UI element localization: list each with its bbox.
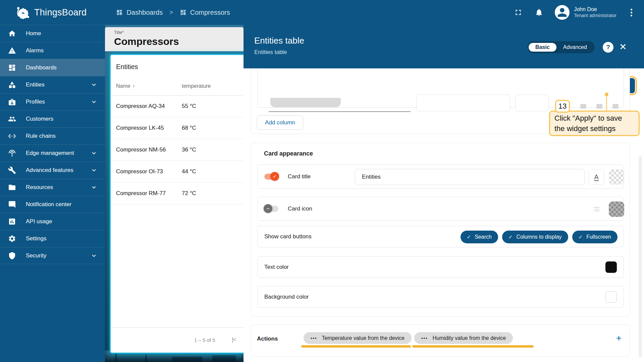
chevron-down-icon xyxy=(90,98,98,106)
mode-option-basic[interactable]: Basic xyxy=(529,43,556,52)
sidebar-item-entities[interactable]: Entities xyxy=(0,76,105,93)
show-card-buttons-row: Show card buttons ✓Search ✓Columns to di… xyxy=(257,226,624,247)
text-color-swatch[interactable] xyxy=(605,261,617,273)
chevron-down-icon xyxy=(90,252,98,259)
table-row[interactable]: Compressor LK-45 68 °C xyxy=(111,117,244,139)
check-icon: ✓ xyxy=(467,234,471,240)
dashboard-title-field[interactable]: Title* Compressors xyxy=(105,27,244,51)
add-action-button[interactable]: + xyxy=(616,333,622,344)
entities-widget-card[interactable]: Entities Name↑ temperature Compressor AQ… xyxy=(111,55,244,353)
breadcrumb: Dashboards>Compressors xyxy=(116,9,230,16)
action-chip[interactable]: •••Humidity value from the device xyxy=(414,332,513,344)
card-title-row: ✓ Card title A xyxy=(257,165,624,189)
drawer-scrollbar[interactable] xyxy=(639,156,642,357)
sidebar-item-settings[interactable]: Settings xyxy=(0,230,105,247)
sidebar-item-customers[interactable]: Customers xyxy=(0,110,105,127)
grid-icon xyxy=(180,9,186,16)
show-card-buttons-label: Show card buttons xyxy=(264,233,312,240)
widget-title: Entities xyxy=(116,63,138,71)
entities-icon xyxy=(8,81,16,89)
person-icon xyxy=(555,6,569,19)
sidebar-item-home[interactable]: Home xyxy=(0,25,105,42)
customers-icon xyxy=(8,115,16,123)
user-block[interactable]: John Doe Tenant administrator xyxy=(574,6,616,19)
notifications-bell-icon[interactable] xyxy=(535,8,543,17)
dashboard-title-value: Compressors xyxy=(114,36,244,47)
icon-color-swatch[interactable] xyxy=(609,201,624,217)
card-title-toggle[interactable]: ✓ xyxy=(264,173,278,180)
settings-icon xyxy=(8,235,16,243)
column-input-underline xyxy=(269,111,411,112)
sidebar-item-api-usage[interactable]: API usage xyxy=(0,213,105,230)
breadcrumb-item-dashboards[interactable]: Dashboards xyxy=(116,9,163,16)
card-icon-toggle[interactable]: – xyxy=(264,205,278,212)
edge-icon xyxy=(8,149,16,157)
table-row[interactable]: Compressor RM-77 72 °C xyxy=(111,183,244,204)
column-header-name[interactable]: Name↑ xyxy=(116,83,135,89)
sidebar-item-alarms[interactable]: Alarms xyxy=(0,42,105,59)
dashboards-icon xyxy=(8,64,16,72)
background-color-row: Background color xyxy=(257,286,624,308)
sidebar-item-advanced-features[interactable]: Advanced features xyxy=(0,162,105,179)
title-color-swatch[interactable] xyxy=(609,169,624,185)
help-icon[interactable]: ? xyxy=(603,42,613,53)
table-row[interactable]: Compressor NM-56 36 °C xyxy=(111,139,244,161)
mode-option-advanced[interactable]: Advanced xyxy=(556,43,594,52)
sidebar-item-rule-chains[interactable]: Rule chains xyxy=(0,127,105,144)
background-color-swatch[interactable] xyxy=(605,291,617,303)
sort-ascending-icon: ↑ xyxy=(132,83,135,89)
card-appearance-section: Card appearance ✓ Card title A – Card ic… xyxy=(251,143,630,317)
tutorial-highlight-underline xyxy=(412,345,534,348)
logo-text: ThingsBoard xyxy=(34,7,87,18)
basic-advanced-toggle[interactable]: BasicAdvanced xyxy=(528,41,595,53)
card-title-input[interactable] xyxy=(355,169,585,185)
svg-text:⌁: ⌁ xyxy=(21,10,25,16)
notification-icon xyxy=(8,200,16,208)
dashboard-column: Title* Compressors Entities Name↑ temper… xyxy=(105,25,244,362)
column-icon-ghost xyxy=(612,104,619,109)
tutorial-tooltip-line1: Click "Apply" to save xyxy=(554,113,634,123)
column-chip-cutoff xyxy=(270,98,341,107)
top-bar: ⌁ ThingsBoard Dashboards>Compressors Joh… xyxy=(0,0,644,25)
kebab-menu-icon[interactable] xyxy=(629,9,634,16)
table-row[interactable]: Compressor AQ-34 55 °C xyxy=(111,96,244,117)
thingsboard-logo[interactable]: ⌁ ThingsBoard xyxy=(15,5,87,20)
widget-settings-drawer: Entities table Entities table BasicAdvan… xyxy=(244,25,644,362)
first-page-icon[interactable]: |< xyxy=(232,336,236,343)
sidebar-item-dashboards[interactable]: Dashboards xyxy=(0,59,105,76)
table-row[interactable]: Compressor OI-73 44 °C xyxy=(111,161,244,183)
column-header-temperature[interactable]: temperature xyxy=(182,83,211,89)
sidebar-item-security[interactable]: Security xyxy=(0,247,105,264)
action-chip[interactable]: •••Temperature value from the device xyxy=(304,332,412,344)
dashboard-title-label: Title* xyxy=(114,30,244,35)
card-button-chip-fullscreen[interactable]: ✓Fullscreen xyxy=(572,231,618,243)
icon-picker-button xyxy=(589,201,604,217)
tutorial-highlight-underline xyxy=(301,345,411,348)
add-column-button[interactable]: Add column xyxy=(257,115,303,130)
chevron-down-icon xyxy=(90,184,98,191)
drawer-title: Entities table xyxy=(254,36,304,46)
card-button-chip-search[interactable]: ✓Search xyxy=(461,231,498,243)
tutorial-tooltip-line2: the widget settings xyxy=(554,123,634,134)
close-icon[interactable]: ✕ xyxy=(619,42,627,52)
sidebar-item-edge-management[interactable]: Edge management xyxy=(0,144,105,162)
profiles-icon xyxy=(8,98,16,106)
home-icon xyxy=(8,29,16,38)
sidebar-item-resources[interactable]: Resources xyxy=(0,179,105,196)
drag-dots-icon: ••• xyxy=(421,336,428,341)
text-color-row: Text color xyxy=(257,256,624,278)
grid-icon xyxy=(116,9,123,16)
card-button-chip-columns-to-display[interactable]: ✓Columns to display xyxy=(502,231,568,243)
tutorial-tooltip: Click "Apply" to save the widget setting… xyxy=(549,111,640,136)
title-font-settings-button[interactable]: A xyxy=(589,169,604,185)
avatar[interactable] xyxy=(555,5,570,20)
sidebar-item-profiles[interactable]: Profiles xyxy=(0,93,105,110)
breadcrumb-item-compressors[interactable]: Compressors xyxy=(180,9,230,16)
card-icon-row: – Card icon xyxy=(257,197,624,221)
sidebar-item-notification-center[interactable]: Notification center xyxy=(0,196,105,213)
drag-dots-icon: ••• xyxy=(311,336,317,341)
column-icon-ghost xyxy=(596,104,602,109)
fullscreen-icon[interactable] xyxy=(514,8,523,17)
thingsboard-logo-icon: ⌁ xyxy=(15,5,31,20)
card-icon-label: Card icon xyxy=(288,205,312,212)
